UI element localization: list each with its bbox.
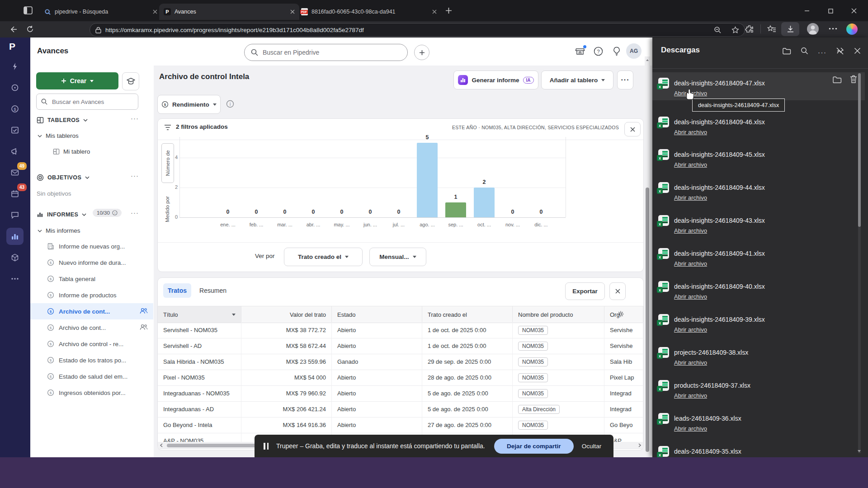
- scroll-left-arrow[interactable]: [160, 443, 163, 447]
- section-objetivos[interactable]: OBJETIVOS: [37, 174, 90, 181]
- download-file-name[interactable]: deals-insights-24618409-47.xlsx: [674, 80, 765, 87]
- open-file-link[interactable]: Abrir archivo: [674, 227, 707, 234]
- tab-tratos-active[interactable]: Tratos: [163, 283, 191, 298]
- rail-mail-icon[interactable]: 49: [6, 164, 24, 181]
- downloads-scrollbar-thumb[interactable]: [858, 73, 861, 227]
- section-informes[interactable]: INFORMES: [37, 211, 86, 218]
- view-by-field-select[interactable]: Trato creado el: [284, 248, 363, 266]
- mis-tableros-group[interactable]: Mis tableros: [38, 132, 79, 139]
- table-row[interactable]: Servishell - NOM035MX$ 38 772.72Abierto1…: [158, 322, 643, 338]
- user-avatar[interactable]: AG: [626, 43, 642, 59]
- rail-more-icon[interactable]: [6, 270, 24, 287]
- refresh-icon[interactable]: [26, 25, 34, 33]
- sidebar-search[interactable]: [36, 94, 138, 110]
- chart-bar[interactable]: [417, 143, 438, 217]
- browser-menu-icon[interactable]: [829, 28, 837, 30]
- x-axis-label[interactable]: may. ...: [334, 222, 349, 227]
- stop-sharing-button[interactable]: Dejar de compartir: [494, 439, 574, 454]
- sidebar-report-item-4[interactable]: $Informe de productos: [30, 287, 153, 303]
- favorite-star-icon[interactable]: [731, 26, 739, 34]
- tableros-menu-icon[interactable]: ···: [131, 114, 139, 122]
- create-button[interactable]: Crear: [36, 72, 118, 89]
- table-row[interactable]: Integraduanas - ADMX$ 206 421.24Abierto5…: [158, 401, 643, 418]
- sidebar-report-item-3[interactable]: $Tabla general: [30, 271, 153, 287]
- export-button[interactable]: Exportar: [565, 282, 605, 300]
- open-file-link[interactable]: Abrir archivo: [674, 129, 707, 136]
- address-bar[interactable]: https://omkaramx.pipedrive.com/progress/…: [90, 23, 745, 37]
- close-tab-icon[interactable]: [290, 9, 295, 14]
- x-axis-label[interactable]: oct. ...: [477, 222, 491, 227]
- back-icon[interactable]: [9, 25, 17, 33]
- rail-insights-icon-active[interactable]: [6, 228, 24, 245]
- open-file-link[interactable]: Abrir archivo: [674, 194, 707, 201]
- sidebar-report-item-1[interactable]: Informe de nuevas org...: [30, 238, 153, 254]
- quick-add-button[interactable]: [414, 45, 429, 60]
- download-file-name[interactable]: deals-insights-24618409-45.xlsx: [674, 151, 765, 158]
- collections-icon[interactable]: [767, 25, 776, 33]
- download-file-name[interactable]: deals-insights-24618409-44.xlsx: [674, 184, 765, 191]
- global-search[interactable]: Buscar en Pipedrive: [244, 44, 408, 61]
- rail-campaigns-icon[interactable]: [6, 143, 24, 160]
- vertical-scrollbar-thumb[interactable]: [646, 188, 649, 452]
- x-axis-label[interactable]: mar. ...: [277, 222, 292, 227]
- download-file-name[interactable]: leads-24618409-36.xlsx: [674, 415, 741, 422]
- close-tab-icon[interactable]: [432, 9, 437, 14]
- informes-menu-icon[interactable]: ···: [131, 209, 139, 216]
- open-file-link[interactable]: Abrir archivo: [674, 293, 707, 300]
- download-file-name[interactable]: deals-insights-24618409-46.xlsx: [674, 118, 765, 126]
- sidebar-report-item-2[interactable]: $Nuevo informe de dura...: [30, 254, 153, 271]
- rail-activities-icon[interactable]: [6, 122, 24, 139]
- mi-tablero-item[interactable]: Mi tablero: [53, 148, 90, 155]
- copilot-icon[interactable]: [846, 23, 858, 35]
- rail-calendar-icon[interactable]: 43: [6, 185, 24, 202]
- download-file-name[interactable]: products-24618409-37.xlsx: [674, 382, 750, 389]
- maximize-button[interactable]: [820, 5, 841, 16]
- measure-selector[interactable]: $ Rendimiento: [157, 95, 221, 114]
- download-file-name[interactable]: deals-insights-24618409-40.xlsx: [674, 283, 765, 290]
- table-row[interactable]: Sala Hibrida - NOM035MX$ 23 559.96Ganado…: [158, 354, 643, 370]
- sidebar-report-item-10[interactable]: $Ingresos obtenidos por...: [30, 385, 153, 401]
- table-row[interactable]: Go Beyond - IntelaMX$ 164 916.36Abierto2…: [158, 417, 643, 433]
- rail-deals-icon[interactable]: $: [6, 100, 24, 117]
- browser-tab-3[interactable]: PDF 8816fad0-6065-43c0-98ca-da941: [297, 4, 441, 20]
- report-more-button[interactable]: ···: [617, 70, 633, 89]
- new-tab-button[interactable]: [445, 7, 452, 14]
- column-header-4[interactable]: Trato creado el: [422, 306, 513, 323]
- column-header-3[interactable]: Estado: [332, 306, 422, 323]
- x-axis-label[interactable]: sep. ...: [448, 222, 463, 227]
- column-header-5[interactable]: Nombre del producto: [513, 306, 604, 323]
- column-settings-gear-icon[interactable]: [617, 310, 624, 318]
- open-file-link[interactable]: Abrir archivo: [674, 161, 707, 168]
- hide-banner-button[interactable]: Ocultar: [582, 443, 602, 450]
- x-axis-label[interactable]: dic. ...: [534, 222, 547, 227]
- download-file-name[interactable]: deals-insights-24618409-39.xlsx: [674, 316, 765, 323]
- sidebar-report-item-7[interactable]: $Archivo de control - re...: [30, 336, 153, 352]
- delete-download-icon[interactable]: [850, 75, 857, 84]
- rail-chat-icon[interactable]: [6, 206, 24, 224]
- sidebar-report-item-9[interactable]: $Estado de salud del em...: [30, 368, 153, 385]
- table-row[interactable]: Servishell - ADMX$ 58 672.44Abierto1 de …: [158, 338, 643, 354]
- add-to-board-button[interactable]: Añadir al tablero: [541, 70, 613, 89]
- column-header-1[interactable]: Título: [158, 306, 241, 323]
- downloads-button-active[interactable]: [781, 22, 799, 36]
- open-file-link[interactable]: Abrir archivo: [674, 326, 707, 333]
- rail-quick-actions-icon[interactable]: [6, 58, 24, 75]
- x-axis-label[interactable]: feb. ...: [250, 222, 264, 227]
- tab-actions-icon[interactable]: [24, 6, 33, 14]
- sidebar-report-item-8[interactable]: $Estado de los tratos po...: [30, 352, 153, 368]
- tips-lightbulb-icon[interactable]: [612, 47, 621, 56]
- marketplace-icon[interactable]: [575, 47, 585, 56]
- browser-tab-1[interactable]: pipedrive - Búsqueda: [40, 4, 162, 20]
- download-file-name[interactable]: deals-insights-24618409-41.xlsx: [674, 250, 765, 257]
- open-file-link[interactable]: Abrir archivo: [674, 260, 707, 267]
- show-in-folder-icon[interactable]: [833, 76, 842, 84]
- section-tableros[interactable]: TABLEROS: [37, 117, 88, 124]
- chart-bar[interactable]: [445, 202, 466, 217]
- close-tab-icon[interactable]: [153, 9, 157, 14]
- sidebar-report-item-6[interactable]: $Archivo de cont...: [30, 319, 153, 336]
- scroll-up-arrow[interactable]: [646, 59, 649, 61]
- x-axis-label[interactable]: jun. ...: [363, 222, 377, 227]
- browser-tab-2-active[interactable]: P Avances: [159, 4, 299, 20]
- scroll-right-arrow[interactable]: [638, 443, 642, 447]
- download-file-name[interactable]: projects-24618409-38.xlsx: [674, 349, 748, 356]
